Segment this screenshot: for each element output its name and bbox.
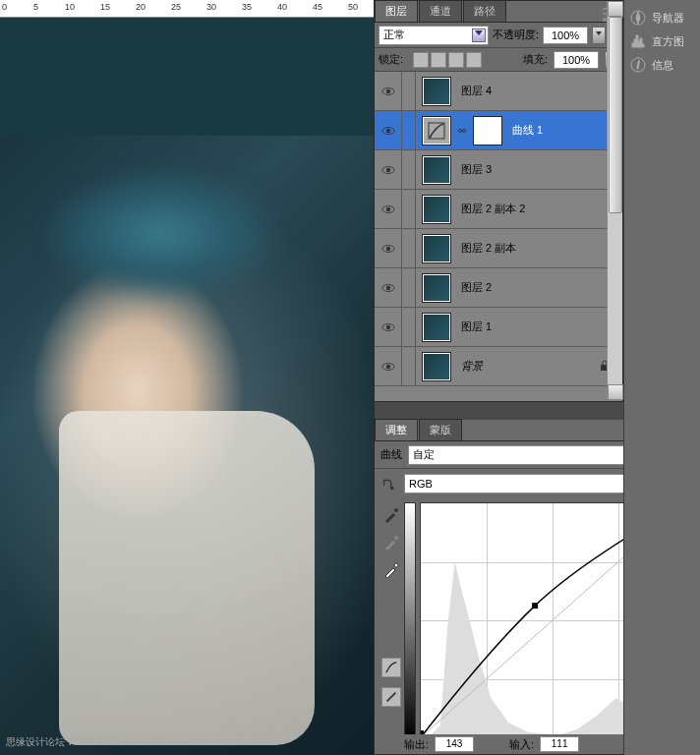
opacity-label: 不透明度: xyxy=(493,28,539,42)
link-column xyxy=(402,111,416,149)
lock-position-icon[interactable] xyxy=(448,52,464,68)
fill-value[interactable]: 100% xyxy=(554,51,599,69)
link-column xyxy=(402,308,416,346)
tab-paths[interactable]: 路径 xyxy=(463,0,506,22)
tab-adjust[interactable]: 调整 xyxy=(375,419,418,440)
mask-link-icon[interactable] xyxy=(457,126,467,136)
eyedropper-gray-icon[interactable] xyxy=(382,534,400,552)
info-icon: i xyxy=(630,57,646,73)
eyedropper-white-icon[interactable] xyxy=(382,561,400,579)
tab-layers[interactable]: 图层 xyxy=(375,0,418,22)
layers-list[interactable]: 图层 4曲线 1图层 3图层 2 副本 2图层 2 副本图层 2图层 1背景 xyxy=(375,72,622,402)
output-value[interactable]: 143 xyxy=(435,736,474,752)
eyedropper-black-icon[interactable] xyxy=(382,506,400,524)
visibility-toggle[interactable] xyxy=(375,268,402,307)
layer-thumb[interactable] xyxy=(422,313,451,342)
dock-label: 信息 xyxy=(652,58,673,73)
tab-mask[interactable]: 蒙版 xyxy=(419,419,462,440)
lock-transparency-icon[interactable] xyxy=(413,52,429,68)
layer-thumb[interactable] xyxy=(422,77,451,106)
dropdown-arrow-icon xyxy=(472,29,486,42)
layer-row[interactable]: 背景 xyxy=(375,347,622,386)
layer-row[interactable]: 图层 4 xyxy=(375,72,622,111)
link-column xyxy=(402,150,416,189)
layer-row[interactable]: 图层 2 xyxy=(375,268,622,308)
link-column xyxy=(402,72,416,110)
layer-row[interactable]: 曲线 1 xyxy=(375,111,622,150)
visibility-toggle[interactable] xyxy=(375,229,402,267)
blend-mode-row: 正常 不透明度: 100% xyxy=(375,23,622,48)
scroll-down-button[interactable] xyxy=(608,384,622,400)
svg-point-12 xyxy=(385,246,389,250)
dock-histogram[interactable]: 直方图 xyxy=(624,29,700,53)
layer-thumb[interactable] xyxy=(422,234,451,263)
svg-point-8 xyxy=(385,167,389,171)
tab-channels[interactable]: 通道 xyxy=(419,0,462,22)
output-gradient xyxy=(404,502,416,738)
curve-tools xyxy=(379,502,404,750)
adjustment-thumb[interactable] xyxy=(422,116,451,145)
histogram-icon xyxy=(630,33,646,49)
output-label: 输出: xyxy=(404,737,429,752)
watermark: 思缘设计论坛 WWW.MISSYUAN.COM xyxy=(6,735,175,749)
visibility-toggle[interactable] xyxy=(375,150,402,189)
blend-mode-combo[interactable]: 正常 xyxy=(379,26,489,45)
lock-label: 锁定: xyxy=(379,52,403,67)
channel-combo[interactable]: RGB xyxy=(404,474,644,494)
layer-name[interactable]: 图层 1 xyxy=(457,319,622,334)
input-value[interactable]: 111 xyxy=(540,736,579,752)
layer-row[interactable]: 图层 2 副本 2 xyxy=(375,190,622,229)
curve-draw-mode-icon[interactable] xyxy=(381,687,401,707)
target-adjust-icon[interactable] xyxy=(380,475,398,493)
dock-navigator[interactable]: 导航器 xyxy=(624,6,700,29)
lock-all-icon[interactable] xyxy=(466,52,482,68)
layer-thumb[interactable] xyxy=(422,195,451,224)
dock-label: 直方图 xyxy=(652,34,684,49)
visibility-toggle[interactable] xyxy=(375,347,402,385)
lock-row: 锁定: 填充: 100% xyxy=(375,48,622,72)
svg-text:i: i xyxy=(637,59,640,71)
visibility-toggle[interactable] xyxy=(375,111,402,149)
svg-rect-26 xyxy=(532,603,538,609)
curves-type-label: 曲线 xyxy=(380,447,402,462)
layer-row[interactable]: 图层 1 xyxy=(375,308,622,347)
input-label: 输入: xyxy=(509,737,534,752)
layer-name[interactable]: 图层 2 xyxy=(457,280,622,295)
canvas[interactable]: 思缘设计论坛 WWW.MISSYUAN.COM xyxy=(0,18,374,755)
dock-label: 导航器 xyxy=(652,11,684,26)
opacity-value[interactable]: 100% xyxy=(543,27,588,44)
layer-name[interactable]: 图层 2 副本 2 xyxy=(457,202,622,216)
visibility-toggle[interactable] xyxy=(375,308,402,346)
layer-name[interactable]: 图层 2 副本 xyxy=(457,241,622,256)
layer-name[interactable]: 图层 3 xyxy=(457,162,622,177)
layer-mask-thumb[interactable] xyxy=(473,116,502,145)
lock-pixels-icon[interactable] xyxy=(431,52,446,68)
layer-name[interactable]: 图层 4 xyxy=(457,84,622,98)
svg-point-1 xyxy=(385,88,389,92)
eye-icon xyxy=(381,242,395,256)
link-column xyxy=(402,347,416,385)
eye-icon xyxy=(381,203,395,216)
compass-icon xyxy=(630,10,646,26)
layer-name[interactable]: 曲线 1 xyxy=(508,123,622,138)
layer-row[interactable]: 图层 3 xyxy=(375,150,622,190)
visibility-toggle[interactable] xyxy=(375,72,402,110)
dock-info[interactable]: i 信息 xyxy=(624,53,700,77)
scroll-thumb[interactable] xyxy=(609,72,622,213)
visibility-toggle[interactable] xyxy=(375,190,402,228)
layer-name[interactable]: 背景 xyxy=(457,359,599,374)
svg-point-5 xyxy=(459,129,462,132)
layer-row[interactable]: 图层 2 副本 xyxy=(375,229,622,268)
svg-point-16 xyxy=(385,324,389,328)
curve-point-mode-icon[interactable] xyxy=(381,658,401,677)
link-column xyxy=(402,229,416,267)
eye-icon xyxy=(381,320,395,334)
eye-icon xyxy=(381,281,395,295)
layer-thumb[interactable] xyxy=(422,155,451,185)
layer-thumb[interactable] xyxy=(422,273,451,303)
layers-scrollbar[interactable] xyxy=(607,72,622,400)
layer-thumb[interactable] xyxy=(422,352,451,381)
opacity-slider-button[interactable] xyxy=(592,27,606,44)
svg-point-18 xyxy=(385,364,389,368)
right-dock: 导航器 直方图 i 信息 xyxy=(623,0,700,755)
